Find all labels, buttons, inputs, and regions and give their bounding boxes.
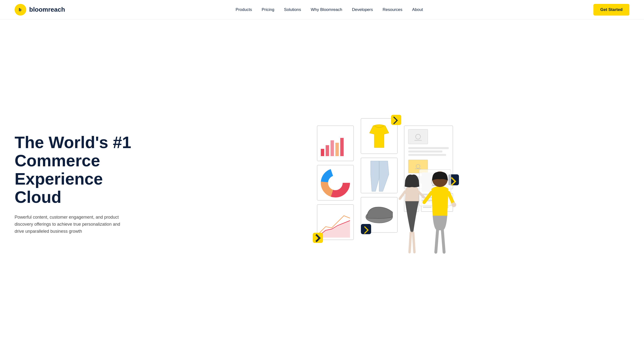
svg-rect-28 (408, 154, 446, 156)
nav-links: Products Pricing Solutions Why Bloomreac… (236, 7, 423, 12)
svg-rect-14 (313, 233, 323, 243)
svg-rect-4 (326, 145, 329, 156)
nav-about[interactable]: About (412, 7, 423, 12)
svg-rect-3 (321, 149, 324, 156)
nav-resources[interactable]: Resources (382, 7, 402, 12)
navbar: b bloomreach Products Pricing Solutions … (0, 0, 644, 20)
hero-svg (302, 111, 468, 257)
logo-icon: b (14, 4, 26, 16)
svg-rect-26 (408, 147, 449, 149)
svg-text:b: b (19, 7, 22, 12)
svg-rect-5 (330, 140, 334, 156)
svg-rect-7 (340, 138, 344, 156)
svg-line-65 (436, 230, 438, 252)
nav-pricing[interactable]: Pricing (262, 7, 274, 12)
brand-name: bloomreach (29, 6, 65, 14)
hero-section: The World's #1 Commerce Experience Cloud… (0, 20, 644, 339)
hero-subtext: Powerful content, customer engagement, a… (14, 214, 126, 235)
svg-line-66 (442, 230, 444, 252)
get-started-button[interactable]: Get Started (594, 4, 630, 16)
nav-why-bloomreach[interactable]: Why Bloomreach (311, 7, 342, 12)
svg-rect-23 (408, 129, 428, 144)
hero-text-block: The World's #1 Commerce Experience Cloud… (14, 133, 141, 235)
hero-illustration (141, 111, 630, 257)
nav-developers[interactable]: Developers (352, 7, 373, 12)
nav-solutions[interactable]: Solutions (284, 7, 301, 12)
svg-rect-27 (408, 150, 442, 152)
nav-products[interactable]: Products (236, 7, 252, 12)
svg-rect-44 (423, 207, 432, 208)
svg-rect-6 (336, 143, 339, 156)
logo-link[interactable]: b bloomreach (14, 4, 65, 16)
svg-line-64 (413, 233, 414, 252)
hero-heading: The World's #1 Commerce Experience Cloud (14, 133, 141, 206)
svg-point-69 (452, 202, 456, 207)
svg-line-63 (410, 233, 411, 252)
